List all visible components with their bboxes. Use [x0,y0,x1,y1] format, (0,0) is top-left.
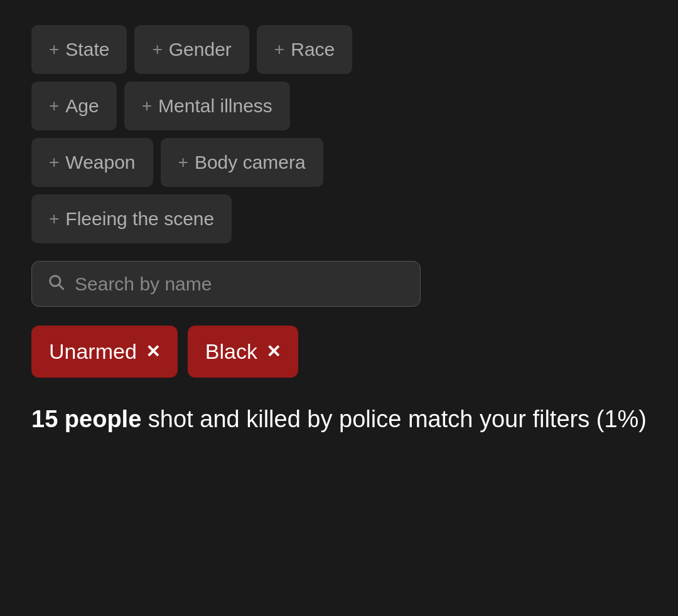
filter-race-label: Race [291,39,335,60]
plus-icon: + [49,209,59,229]
result-description: shot and killed by police match your fil… [141,406,647,432]
plus-icon: + [49,96,59,116]
filter-row-1: + State + Gender + Race [31,25,647,74]
filter-body-camera-label: Body camera [195,152,306,173]
filter-race-button[interactable]: + Race [257,25,352,74]
filter-weapon-label: Weapon [65,152,135,173]
filter-state-label: State [65,39,109,60]
filter-age-label: Age [65,95,99,117]
remove-icon: ✕ [146,341,160,362]
filter-body-camera-button[interactable]: + Body camera [161,138,323,187]
filter-row-2: + Age + Mental illness [31,82,647,130]
result-count: 15 [31,406,58,432]
filter-fleeing-button[interactable]: + Fleeing the scene [31,194,232,243]
filter-age-button[interactable]: + Age [31,82,117,130]
plus-icon: + [274,40,284,60]
search-container [31,261,421,307]
active-filter-black-label: Black [205,339,257,364]
filter-grid: + State + Gender + Race + Age + Mental i… [31,25,647,243]
search-input[interactable] [75,273,405,295]
filter-fleeing-label: Fleeing the scene [65,208,214,230]
result-count-label: people [65,406,141,432]
filter-mental-illness-button[interactable]: + Mental illness [124,82,290,130]
filter-mental-illness-label: Mental illness [158,95,272,117]
search-icon [47,273,65,295]
plus-icon: + [49,152,59,173]
filter-row-4: + Fleeing the scene [31,194,647,243]
filter-weapon-button[interactable]: + Weapon [31,138,153,187]
plus-icon: + [49,40,59,60]
remove-icon: ✕ [266,341,281,362]
svg-line-1 [59,285,63,289]
filter-state-button[interactable]: + State [31,25,127,74]
active-filter-unarmed[interactable]: Unarmed ✕ [31,326,178,378]
filter-gender-button[interactable]: + Gender [134,25,249,74]
active-filter-black[interactable]: Black ✕ [188,326,298,378]
filter-row-3: + Weapon + Body camera [31,138,647,187]
result-text: 15 people shot and killed by police matc… [31,403,647,436]
plus-icon: + [152,40,162,60]
plus-icon: + [178,152,188,173]
active-filters: Unarmed ✕ Black ✕ [31,326,647,378]
filter-gender-label: Gender [169,39,232,60]
active-filter-unarmed-label: Unarmed [49,339,137,364]
plus-icon: + [142,96,152,116]
